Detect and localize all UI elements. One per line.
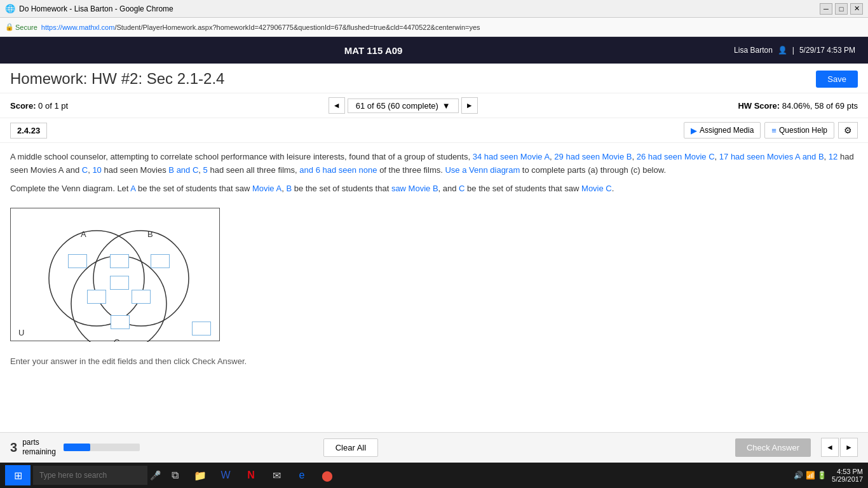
svg-text:U: U	[18, 328, 24, 337]
address-bar: 🔒 Secure https://www.mathxl.com/Student/…	[0, 18, 868, 37]
svg-text:B: B	[147, 229, 153, 239]
page-header: Homework: HW #2: Sec 2.1-2.4 Save	[0, 64, 868, 93]
media-icon: ▶	[691, 126, 697, 135]
question-actions: ▶ Assigned Media ≡ Question Help ⚙	[684, 122, 858, 139]
question-content: A middle school counselor, attempting to…	[0, 143, 868, 203]
venn-input-abc[interactable]	[110, 276, 129, 290]
title-bar-controls[interactable]: ─ □ ✕	[820, 3, 863, 15]
save-button[interactable]: Save	[816, 71, 858, 88]
app-header: MAT 115 A09 Lisa Barton 👤 | 5/29/17 4:53…	[0, 37, 868, 64]
venn-area: U A B C	[0, 203, 868, 351]
bottom-area: Enter your answer in the edit fields and…	[0, 351, 868, 371]
minimize-button[interactable]: ─	[820, 3, 832, 15]
svg-text:C: C	[114, 337, 119, 342]
settings-button[interactable]: ⚙	[838, 122, 858, 139]
user-icon: 👤	[778, 46, 787, 55]
score-display: Score: 0 of 1 pt	[10, 101, 68, 111]
title-bar: 🌐 Do Homework - Lisa Barton - Google Chr…	[0, 0, 868, 18]
window-title: Do Homework - Lisa Barton - Google Chrom…	[19, 4, 173, 13]
secure-badge: 🔒 Secure	[5, 23, 37, 31]
svg-point-1	[49, 231, 144, 326]
venn-input-c-only[interactable]	[111, 315, 130, 329]
lock-icon: 🔒	[5, 23, 14, 31]
svg-text:A: A	[81, 229, 86, 239]
instruction-text: Complete the Venn diagram. Let A be the …	[10, 182, 858, 196]
user-info: Lisa Barton 👤 | 5/29/17 4:53 PM	[734, 46, 855, 55]
dropdown-icon: ▼	[442, 101, 451, 111]
page-title: Homework: HW #2: Sec 2.1-2.4	[10, 70, 224, 88]
score-bar: Score: 0 of 1 pt ◄ 61 of 65 (60 complete…	[0, 93, 868, 118]
question-counter: 61 of 65 (60 complete) ▼	[348, 98, 459, 113]
question-navigation: ◄ 61 of 65 (60 complete) ▼ ►	[329, 97, 478, 114]
datetime: 5/29/17 4:53 PM	[799, 46, 855, 55]
question-help-button[interactable]: ≡ Question Help	[764, 122, 834, 139]
hw-score-display: HW Score: 84.06%, 58 of 69 pts	[738, 101, 858, 111]
svg-point-2	[93, 231, 189, 326]
prev-question-button[interactable]: ◄	[329, 97, 345, 114]
venn-input-ac-only[interactable]	[87, 290, 106, 304]
title-bar-left: 🌐 Do Homework - Lisa Barton - Google Chr…	[5, 4, 173, 13]
username: Lisa Barton	[734, 46, 773, 55]
venn-input-ab-only[interactable]	[110, 254, 129, 268]
close-button[interactable]: ✕	[850, 3, 863, 15]
venn-input-b-only[interactable]	[151, 254, 170, 268]
course-title: MAT 115 A09	[344, 45, 403, 56]
venn-input-bc-only[interactable]	[132, 290, 151, 304]
maximize-button[interactable]: □	[835, 3, 848, 15]
question-number: 2.4.23	[10, 123, 47, 139]
url-display[interactable]: https://www.mathxl.com/Student/PlayerHom…	[41, 24, 480, 31]
venn-input-a-only[interactable]	[68, 254, 87, 268]
browser-favicon: 🌐	[5, 4, 15, 13]
enter-answer-text: Enter your answer in the edit fields and…	[10, 356, 858, 366]
question-header: 2.4.23 ▶ Assigned Media ≡ Question Help …	[0, 118, 868, 143]
venn-input-none[interactable]	[192, 322, 211, 336]
problem-text: A middle school counselor, attempting to…	[10, 151, 858, 177]
list-icon: ≡	[771, 126, 776, 135]
venn-diagram: U A B C	[10, 208, 220, 341]
assigned-media-button[interactable]: ▶ Assigned Media	[684, 122, 761, 139]
next-question-button[interactable]: ►	[461, 97, 478, 114]
gear-icon: ⚙	[844, 125, 852, 135]
